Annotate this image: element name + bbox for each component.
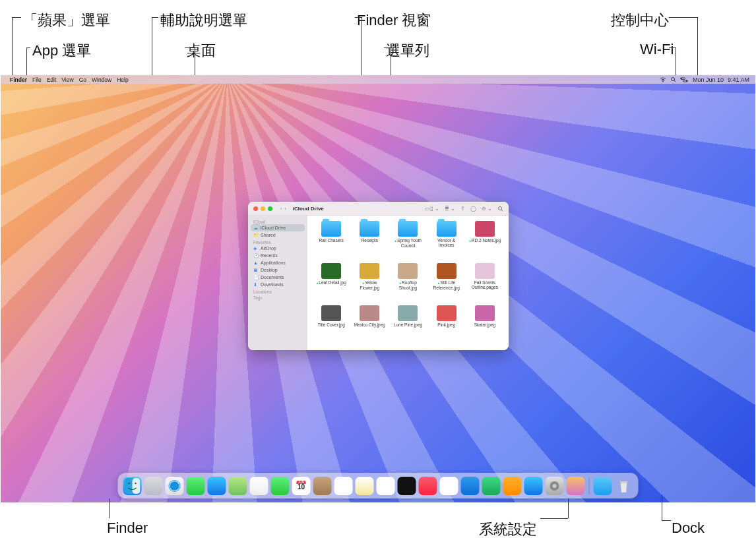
dock-pages[interactable]: [503, 477, 522, 495]
dock-calendar[interactable]: JUN10: [292, 477, 311, 495]
file-label: Leaf Detail.jpg: [316, 280, 346, 286]
callout-apple-menu: 「蘋果」選單: [23, 11, 110, 30]
file-item[interactable]: Skater.jpeg: [466, 305, 503, 345]
dock-iphone-mirroring[interactable]: [567, 477, 585, 495]
dl-icon: ⬇: [253, 282, 259, 287]
menu-edit[interactable]: Edit: [47, 76, 57, 83]
dock-system-settings[interactable]: [546, 477, 564, 495]
menu-go[interactable]: Go: [79, 76, 86, 83]
file-label: Vendor & Invoices: [430, 238, 463, 247]
zoom-button[interactable]: [268, 206, 272, 211]
dock-reminders[interactable]: [334, 477, 353, 495]
menubar-time[interactable]: 9:41 AM: [728, 76, 749, 83]
sidebar-item-documents[interactable]: 📄Documents: [248, 274, 307, 281]
menu-help[interactable]: Help: [117, 76, 128, 83]
file-label: Spring Youth Council: [391, 238, 424, 248]
spotlight-icon[interactable]: [670, 76, 676, 82]
dock-freeform[interactable]: [377, 477, 395, 495]
minimize-button[interactable]: [261, 206, 265, 211]
window-controls[interactable]: [253, 206, 272, 211]
file-item[interactable]: Rail Chasers: [313, 221, 350, 260]
forward-button[interactable]: ›: [284, 206, 286, 211]
control-center-icon[interactable]: [680, 77, 688, 82]
file-item[interactable]: Rooftop Shoot.jpg: [389, 263, 426, 303]
file-item[interactable]: Title Cover.jpg: [313, 305, 350, 345]
sidebar-section-header: Favorites: [248, 239, 307, 245]
sidebar-item-icloud-drive[interactable]: ☁iCloud Drive: [251, 224, 305, 231]
dock-keynote[interactable]: [461, 477, 480, 495]
file-label: Lone Pine.jpeg: [394, 322, 422, 327]
search-button[interactable]: [497, 206, 503, 212]
file-item[interactable]: Vendor & Invoices: [428, 221, 465, 260]
callout-control-center: 控制中心: [611, 11, 669, 30]
sidebar-item-desktop[interactable]: 🖥Desktop: [248, 266, 307, 274]
wifi-icon[interactable]: [660, 77, 666, 82]
svg-point-3: [681, 78, 682, 79]
dock-trash[interactable]: [615, 477, 633, 495]
svg-point-0: [671, 78, 674, 81]
dock-mail[interactable]: [208, 477, 226, 495]
file-thumbnail: [360, 263, 379, 279]
back-button[interactable]: ‹: [280, 206, 282, 211]
file-item[interactable]: Pink.jpeg: [428, 305, 465, 345]
file-item[interactable]: Lone Pine.jpeg: [389, 305, 426, 345]
dock-app-store[interactable]: [524, 477, 543, 495]
sidebar-item-label: Downloads: [261, 282, 284, 287]
file-thumbnail: [398, 305, 418, 321]
svg-point-5: [686, 80, 687, 81]
dock-finder[interactable]: [123, 477, 142, 495]
file-label: Skater.jpeg: [474, 322, 496, 327]
finder-window: ‹ › iCloud Drive ▭▯ ⌄ ≣ ⌄ ⇪ ◯ ⊖ ⌄ iCloud…: [248, 202, 509, 350]
file-thumbnail: [321, 263, 341, 279]
sidebar-item-recents[interactable]: 🕑Recents: [248, 252, 307, 259]
file-item[interactable]: Receipts: [351, 221, 388, 260]
dock-news[interactable]: [440, 477, 458, 495]
close-button[interactable]: [253, 206, 258, 211]
shared-icon: 📁: [253, 233, 259, 238]
app-menu-name[interactable]: Finder: [10, 76, 27, 83]
file-item[interactable]: Leaf Detail.jpg: [313, 263, 350, 303]
file-thumbnail: [321, 305, 341, 321]
callout-finder-window: Finder 視窗: [357, 11, 431, 30]
dock-downloads[interactable]: [594, 477, 612, 495]
dock-tv[interactable]: [398, 477, 416, 495]
menu-file[interactable]: File: [32, 76, 42, 83]
dock-numbers[interactable]: [482, 477, 501, 495]
menu-view[interactable]: View: [61, 76, 73, 83]
file-item[interactable]: Fall Scents Outline.pages: [466, 263, 503, 303]
action-button[interactable]: ⊖ ⌄: [482, 206, 492, 212]
sidebar-item-shared[interactable]: 📁Shared: [248, 231, 307, 239]
file-item[interactable]: Still Life Reference.jpg: [428, 263, 465, 303]
tags-button[interactable]: ◯: [470, 206, 476, 212]
sidebar-item-label: Applications: [261, 260, 286, 265]
menu-window[interactable]: Window: [92, 76, 111, 83]
svg-rect-9: [133, 478, 141, 494]
dock-messages[interactable]: [187, 477, 205, 495]
view-mode-button[interactable]: ▭▯ ⌄: [425, 206, 439, 212]
share-button[interactable]: ⇪: [460, 206, 465, 212]
recent-icon: 🕑: [253, 253, 259, 258]
callout-wifi: Wi-Fi: [640, 41, 674, 58]
dock-safari[interactable]: [166, 477, 184, 495]
sidebar-item-airdrop[interactable]: ◈AirDrop: [248, 245, 307, 252]
dock-notes[interactable]: [356, 477, 374, 495]
file-item[interactable]: Yellow Flower.jpg: [351, 263, 388, 303]
dock-facetime[interactable]: [271, 477, 290, 495]
sidebar-item-applications[interactable]: ▲Applications: [248, 259, 307, 266]
finder-title: iCloud Drive: [293, 206, 422, 212]
dock-contacts[interactable]: [313, 477, 332, 495]
file-item[interactable]: Spring Youth Council: [389, 221, 426, 260]
menubar-date[interactable]: Mon Jun 10: [693, 76, 724, 83]
callout-dock: Dock: [672, 520, 705, 537]
dock-launchpad[interactable]: [144, 477, 163, 495]
sidebar-item-downloads[interactable]: ⬇Downloads: [248, 281, 307, 288]
file-item[interactable]: RD.2-Notes.jpg: [466, 221, 503, 260]
apps-icon: ▲: [253, 260, 259, 266]
file-item[interactable]: Mexico City.jpeg: [351, 305, 388, 345]
callout-menu-bar: 選單列: [386, 41, 429, 61]
group-button[interactable]: ≣ ⌄: [445, 206, 455, 212]
dock-music[interactable]: [419, 477, 437, 495]
svg-point-10: [128, 482, 129, 483]
dock-maps[interactable]: [229, 477, 247, 495]
dock-photos[interactable]: [250, 477, 268, 495]
